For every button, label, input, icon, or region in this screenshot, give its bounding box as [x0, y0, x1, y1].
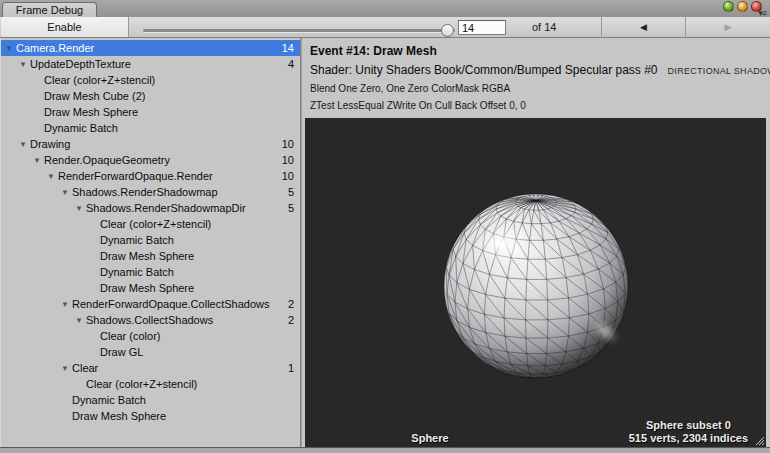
enable-button[interactable]: Enable [1, 17, 129, 37]
row-label: Draw Mesh Sphere [100, 282, 194, 294]
mesh-preview[interactable]: Sphere Sphere subset 0 515 verts, 2304 i… [305, 118, 766, 447]
tree-row[interactable]: Clear (color+Z+stencil) [1, 216, 300, 232]
tree-row[interactable]: Draw GL [1, 344, 300, 360]
toolbar: Enable of 14 ◀ ▶ [0, 17, 770, 38]
tree-row[interactable]: Draw Mesh Sphere [1, 248, 300, 264]
row-label: RenderForwardOpaque.Render [58, 170, 213, 182]
foldout-icon[interactable]: ▼ [75, 316, 86, 325]
tree-row[interactable]: Draw Mesh Sphere [1, 280, 300, 296]
shader-line: Shader: Unity Shaders Book/Common/Bumped… [310, 63, 770, 77]
tree-row[interactable]: ▼Drawing10 [1, 136, 300, 152]
tree-row[interactable]: Clear (color) [1, 328, 300, 344]
row-label: Shadows.CollectShadows [86, 314, 213, 326]
tree-row[interactable]: Dynamic Batch [1, 392, 300, 408]
row-count: 2 [288, 296, 294, 312]
row-count: 1 [288, 360, 294, 376]
row-count: 10 [282, 136, 294, 152]
row-count: 5 [288, 200, 294, 216]
row-label: Draw Mesh Sphere [100, 250, 194, 262]
row-label: UpdateDepthTexture [30, 58, 131, 70]
tree-row[interactable]: Dynamic Batch [1, 264, 300, 280]
event-slider-handle[interactable] [441, 24, 454, 37]
event-total-label: of 14 [532, 17, 556, 38]
titlebar: Frame Debug ▾≡ [0, 0, 770, 17]
tree-row[interactable]: Draw Mesh Sphere [1, 104, 300, 120]
row-count: 14 [282, 40, 294, 56]
event-detail-panel: Event #14: Draw Mesh Shader: Unity Shade… [302, 38, 770, 447]
row-label: Shadows.RenderShadowmap [72, 186, 218, 198]
shader-keyword: DIRECTIONAL SHADOW [668, 66, 770, 76]
tree-row[interactable]: Dynamic Batch [1, 120, 300, 136]
row-label: Dynamic Batch [44, 122, 118, 134]
foldout-icon[interactable]: ▼ [19, 140, 30, 149]
tree-row[interactable]: Clear (color+Z+stencil) [1, 72, 300, 88]
tree-row[interactable]: ▼RenderForwardOpaque.Render10 [1, 168, 300, 184]
tree-row[interactable]: ▼Shadows.CollectShadows2 [1, 312, 300, 328]
prev-arrow-icon: ◀ [640, 23, 647, 32]
foldout-icon[interactable]: ▼ [61, 188, 72, 197]
resize-grip[interactable] [752, 433, 765, 446]
row-label: Clear [72, 362, 98, 374]
blend-state-line: Blend One Zero, One Zero ColorMask RGBA [310, 83, 510, 94]
foldout-icon[interactable]: ▼ [33, 156, 44, 165]
tree-row[interactable]: ▼Clear1 [1, 360, 300, 376]
row-label: RenderForwardOpaque.CollectShadows [72, 298, 270, 310]
foldout-icon[interactable]: ▼ [75, 204, 86, 213]
green-light[interactable] [723, 1, 734, 12]
tab-frame-debug[interactable]: Frame Debug [2, 2, 97, 17]
tree-row[interactable]: Clear (color+Z+stencil) [1, 376, 300, 392]
tree-row[interactable]: ▼RenderForwardOpaque.CollectShadows2 [1, 296, 300, 312]
row-label: Draw Mesh Sphere [44, 106, 138, 118]
tree-row[interactable]: ▼Render.OpaqueGeometry10 [1, 152, 300, 168]
foldout-icon[interactable]: ▼ [61, 300, 72, 309]
tree-row[interactable]: ▼Camera.Render14 [1, 40, 300, 56]
row-label: Clear (color) [100, 330, 161, 342]
row-label: Dynamic Batch [100, 234, 174, 246]
row-label: Render.OpaqueGeometry [44, 154, 170, 166]
depth-state-line: ZTest LessEqual ZWrite On Cull Back Offs… [310, 100, 526, 111]
subset-info: Sphere subset 0 515 verts, 2304 indices [629, 419, 748, 445]
sphere-mesh [305, 118, 766, 447]
event-number-field[interactable] [458, 20, 506, 35]
tree-row[interactable]: Draw Mesh Cube (2) [1, 88, 300, 104]
amber-light[interactable] [737, 1, 748, 12]
mesh-name-label: Sphere [400, 432, 460, 444]
row-label: Clear (color+Z+stencil) [86, 378, 197, 390]
row-label: Camera.Render [16, 42, 94, 54]
window-lights [723, 1, 762, 12]
row-label: Shadows.RenderShadowmapDir [86, 202, 246, 214]
shader-name: Shader: Unity Shaders Book/Common/Bumped… [310, 63, 658, 77]
subset-label: Sphere subset 0 [629, 419, 748, 432]
row-count: 2 [288, 312, 294, 328]
tree-row[interactable]: Draw Mesh Sphere [1, 408, 300, 424]
event-tree-panel: ▼Camera.Render14▼UpdateDepthTexture4Clea… [0, 38, 301, 447]
tree-row[interactable]: ▼Shadows.RenderShadowmap5 [1, 184, 300, 200]
tree-row[interactable]: ▼UpdateDepthTexture4 [1, 56, 300, 72]
row-label: Dynamic Batch [72, 394, 146, 406]
next-arrow-icon: ▶ [725, 23, 732, 32]
row-label: Draw Mesh Cube (2) [44, 90, 145, 102]
foldout-icon[interactable]: ▼ [47, 172, 58, 181]
event-slider-track[interactable] [143, 29, 455, 32]
row-count: 10 [282, 152, 294, 168]
foldout-icon[interactable]: ▼ [5, 44, 16, 53]
row-label: Clear (color+Z+stencil) [44, 74, 155, 86]
stats-label: 515 verts, 2304 indices [629, 432, 748, 445]
row-count: 10 [282, 168, 294, 184]
next-event-button[interactable]: ▶ [685, 17, 770, 38]
row-label: Drawing [30, 138, 70, 150]
tree-row[interactable]: ▼Shadows.RenderShadowmapDir5 [1, 200, 300, 216]
row-count: 4 [288, 56, 294, 72]
frame-debugger-window: Frame Debug ▾≡ Enable of 14 ◀ ▶ ▼Camera.… [0, 0, 770, 453]
foldout-icon[interactable]: ▼ [61, 364, 72, 373]
row-label: Draw Mesh Sphere [72, 410, 166, 422]
window-bottom-border [0, 447, 770, 453]
foldout-icon[interactable]: ▼ [19, 60, 30, 69]
row-label: Clear (color+Z+stencil) [100, 218, 211, 230]
event-title: Event #14: Draw Mesh [310, 44, 437, 58]
row-label: Draw GL [100, 346, 143, 358]
row-label: Dynamic Batch [100, 266, 174, 278]
tree-row[interactable]: Dynamic Batch [1, 232, 300, 248]
prev-event-button[interactable]: ◀ [601, 17, 685, 38]
row-count: 5 [288, 184, 294, 200]
